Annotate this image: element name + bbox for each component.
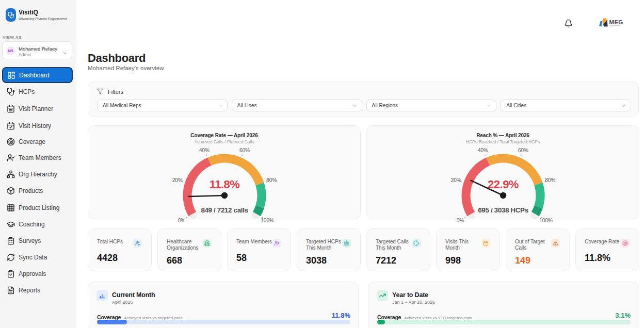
svg-text:11.8%: 11.8% [210, 178, 240, 191]
svg-text:40%: 40% [199, 147, 210, 153]
svg-text:0%: 0% [457, 218, 464, 223]
svg-text:development: development [609, 25, 621, 27]
svg-text:60%: 60% [239, 147, 250, 153]
svg-text:20%: 20% [451, 177, 461, 183]
svg-text:40%: 40% [478, 147, 488, 153]
svg-text:80%: 80% [545, 177, 555, 183]
svg-text:60%: 60% [518, 147, 528, 153]
svg-text:80%: 80% [266, 177, 277, 183]
svg-text:100%: 100% [539, 218, 553, 223]
svg-text:22.9%: 22.9% [488, 178, 519, 191]
svg-text:20%: 20% [172, 177, 183, 183]
svg-text:849 / 7212 calls: 849 / 7212 calls [201, 206, 248, 214]
svg-text:695 / 3038 HCPs: 695 / 3038 HCPs [478, 206, 528, 214]
svg-text:0%: 0% [178, 218, 186, 223]
svg-text:100%: 100% [261, 218, 274, 223]
